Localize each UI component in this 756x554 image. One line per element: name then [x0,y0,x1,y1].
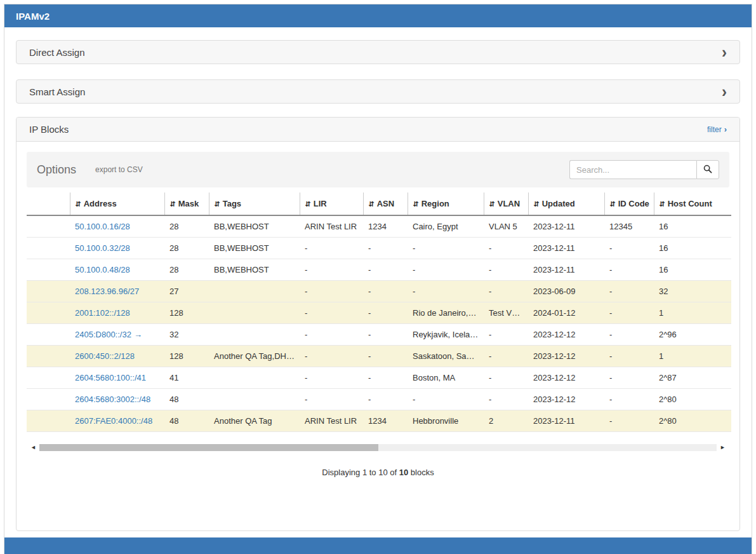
column-header-updated[interactable]: ⇵Updated [528,193,604,215]
column-header-region[interactable]: ⇵Region [408,193,484,215]
gutter-cell [27,302,70,324]
pagination-text-before: Displaying 1 to 10 of [322,468,399,477]
cell-host_count: 2^80 [654,410,731,432]
cell-mask: 32 [164,324,209,346]
cell-tags [209,302,300,324]
scroll-right-icon[interactable]: ► [720,443,726,451]
table-row: 2604:5680:100::/4141--Boston, MA-2023-12… [27,367,731,389]
cell-id_code: - [604,324,654,346]
scrollbar-track[interactable] [39,444,717,451]
cell-region: Boston, MA [408,367,484,389]
sort-icon: ⇵ [489,200,495,208]
gutter-cell [27,389,70,410]
cell-id_code: - [604,302,654,324]
gutter-cell [27,324,70,346]
table-row: 2600:450::2/128128Another QA Tag,DH…--Sa… [27,346,731,367]
cell-region: - [408,281,484,302]
cell-address: 2604:5680:3002::/48 [70,389,164,410]
address-link[interactable]: 2600:450::2/128 [75,351,135,361]
direct-assign-label: Direct Assign [29,47,85,58]
cell-mask: 28 [164,259,209,281]
pagination-status: Displaying 1 to 10 of 10 blocks [27,468,729,477]
cell-vlan: - [484,324,528,346]
column-header-tags[interactable]: ⇵Tags [209,193,300,215]
cell-vlan: - [484,259,528,281]
cell-tags [209,367,300,389]
sort-icon: ⇵ [534,200,540,208]
address-link[interactable]: 2405:D800::/32 [75,330,131,339]
cell-updated: 2023-12-11 [528,259,604,281]
cell-vlan: - [484,281,528,302]
cell-address: 50.100.0.16/28 [70,215,164,238]
filter-link[interactable]: filter › [707,125,727,134]
cell-mask: 41 [164,367,209,389]
options-bar: Options export to CSV [27,152,729,187]
cell-asn: - [363,302,408,324]
chevron-right-icon: › [724,125,727,134]
column-header-address[interactable]: ⇵Address [70,193,164,215]
direct-assign-panel[interactable]: Direct Assign › [16,40,740,64]
table-header-row: ⇵Address⇵Mask⇵Tags⇵LIR⇵ASN⇵Region⇵VLAN⇵U… [27,193,731,215]
cell-tags: BB,WEBHOST [209,238,300,259]
gutter-cell [27,259,70,281]
cell-mask: 128 [164,346,209,367]
smart-assign-label: Smart Assign [29,86,85,97]
gutter-cell [27,410,70,432]
address-link[interactable]: 50.100.0.16/28 [75,222,130,231]
scroll-left-icon[interactable]: ◄ [30,443,36,451]
column-label: VLAN [498,199,520,208]
sort-icon: ⇵ [170,200,176,208]
cell-asn: - [363,238,408,259]
table-row: 2604:5680:3002::/4848----2023-12-12-2^80 [27,389,731,410]
cell-tags [209,389,300,410]
app-title: IPAMv2 [16,11,50,22]
column-header-host_count[interactable]: ⇵Host Count [654,193,731,215]
cell-updated: 2023-12-12 [528,367,604,389]
horizontal-scrollbar[interactable]: ◄ ► [30,443,726,451]
gutter-cell [27,367,70,389]
gutter-cell [27,215,70,238]
column-header-asn[interactable]: ⇵ASN [363,193,408,215]
address-link[interactable]: 2604:5680:100::/41 [75,373,146,382]
cell-host_count: 2^87 [654,367,731,389]
column-header-vlan[interactable]: ⇵VLAN [484,193,528,215]
address-link[interactable]: 2001:102::/128 [75,308,130,318]
cell-id_code: - [604,346,654,367]
column-header-mask[interactable]: ⇵Mask [164,193,209,215]
smart-assign-panel[interactable]: Smart Assign › [16,79,740,104]
cell-mask: 28 [164,215,209,238]
export-csv-link[interactable]: export to CSV [95,165,143,174]
search-input[interactable] [569,160,696,179]
cell-asn: - [363,259,408,281]
cell-vlan: - [484,346,528,367]
address-link[interactable]: 2607:FAE0:4000::/48 [75,416,152,426]
column-header-lir[interactable]: ⇵LIR [300,193,363,215]
cell-lir: ARIN Test LIR [300,215,363,238]
table-row: 2607:FAE0:4000::/4848Another QA TagARIN … [27,410,731,432]
address-link[interactable]: 50.100.0.32/28 [75,243,130,253]
search-group [569,160,719,179]
pagination-total: 10 [399,468,408,477]
cell-region: - [408,259,484,281]
column-header-id_code[interactable]: ⇵ID Code [604,193,654,215]
sort-icon: ⇵ [369,200,375,208]
address-link[interactable]: 50.100.0.48/28 [75,265,130,274]
cell-mask: 28 [164,238,209,259]
cell-lir: - [300,259,363,281]
cell-asn: 1234 [363,215,408,238]
address-link[interactable]: 2604:5680:3002::/48 [75,395,150,404]
address-link[interactable]: 208.123.96.96/27 [75,287,139,296]
column-label: LIR [314,199,327,208]
cell-host_count: 1 [654,302,731,324]
cell-updated: 2023-12-12 [528,324,604,346]
cell-region: Reykjavik, Iceland [408,324,484,346]
sort-icon: ⇵ [215,200,220,208]
scrollbar-thumb[interactable] [39,444,378,451]
search-button[interactable] [696,160,719,179]
cell-region: Rio de Janeiro, … [408,302,484,324]
cell-tags: BB,WEBHOST [209,215,300,238]
cell-vlan: - [484,389,528,410]
gutter-cell [27,281,70,302]
sort-icon: ⇵ [660,200,665,208]
cell-region: Cairo, Egypt [408,215,484,238]
